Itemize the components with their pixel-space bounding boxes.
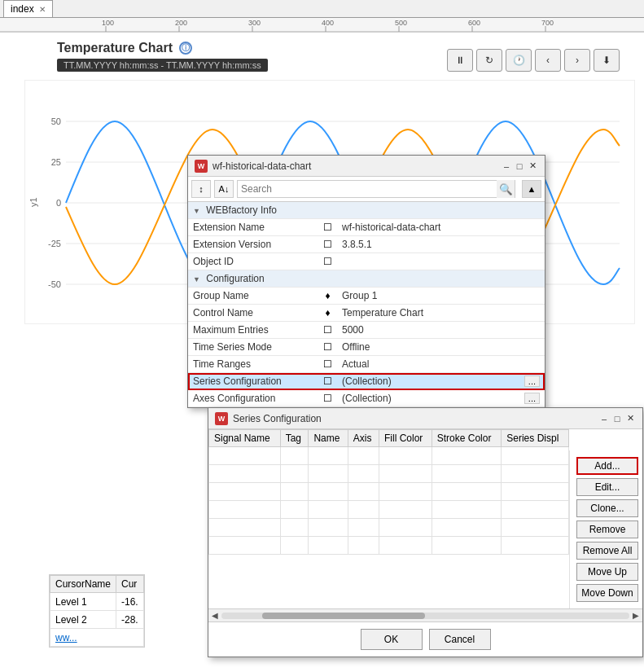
download-button[interactable]: ⬇	[594, 49, 620, 72]
prop-label-control-name: Control Name	[188, 305, 318, 322]
series-dialog-controls: – □ ✕	[598, 413, 636, 424]
info-icon[interactable]: ⓘ	[179, 42, 192, 55]
svg-text:-50: -50	[48, 279, 61, 289]
prop-row-extension-version: Extension Version ☐ 3.8.5.1	[188, 236, 545, 253]
cursor-name-1: Level 1	[50, 593, 116, 611]
refresh-button[interactable]: ↻	[476, 49, 502, 72]
remove-all-button[interactable]: Remove All	[576, 542, 638, 560]
prop-label-series-config: Series Configuration	[188, 373, 318, 390]
series-content: Signal Name Tag Name Axis Fill Color Str…	[208, 429, 642, 608]
series-table-body	[209, 447, 569, 555]
section-label-webfactory: WEBfactory Info	[206, 204, 277, 216]
properties-scroll-up-button[interactable]: ▲	[522, 180, 541, 198]
properties-dialog-icon: W	[195, 160, 208, 173]
series-col-series-display: Series Displ	[502, 430, 569, 447]
move-down-button[interactable]: Move Down	[576, 584, 638, 602]
properties-dialog-controls: – □ ✕	[501, 160, 538, 172]
index-tab[interactable]: index ✕	[3, 0, 53, 17]
properties-close-button[interactable]: ✕	[527, 160, 538, 172]
prop-label-axes-config: Axes Configuration	[188, 390, 318, 407]
prop-row-time-series-mode: Time Series Mode ☐ Offline	[188, 339, 545, 356]
cursor-link[interactable]: ww...	[55, 632, 77, 643]
properties-sort-cat-button[interactable]: A↓	[214, 180, 234, 198]
ok-button[interactable]: OK	[361, 629, 423, 650]
svg-text:y1: y1	[28, 197, 38, 207]
clone-button[interactable]: Clone...	[576, 499, 638, 517]
properties-sort-alpha-button[interactable]: ↕	[191, 180, 211, 198]
series-empty-row-6	[209, 537, 569, 555]
prop-row-object-id: Object ID ☐	[188, 253, 545, 270]
series-empty-row-1	[209, 447, 569, 465]
ruler-svg: 100 200 300 400 500 600 700	[0, 18, 644, 33]
tab-close-icon[interactable]: ✕	[39, 5, 46, 14]
properties-scroll-area[interactable]: ▼ WEBfactory Info Extension Name ☐ wf-hi…	[188, 202, 545, 407]
cursor-name-header: CursorName	[50, 576, 116, 593]
prev-button[interactable]: ‹	[535, 49, 561, 72]
series-close-button[interactable]: ✕	[624, 413, 636, 424]
series-col-name: Name	[309, 430, 348, 447]
scroll-left-arrow[interactable]: ◀	[212, 611, 218, 620]
search-input[interactable]	[238, 183, 497, 195]
section-label-configuration: Configuration	[206, 273, 264, 284]
properties-minimize-button[interactable]: –	[501, 160, 512, 172]
prop-row-group-name: Group Name ♦ Group 1	[188, 288, 545, 305]
prop-check-extension-version: ☐	[318, 236, 337, 253]
prop-value-object-id	[337, 253, 545, 270]
prop-value-time-ranges: Actual	[337, 356, 545, 373]
series-dialog-title: Series Configuration	[233, 413, 322, 424]
ruler: 100 200 300 400 500 600 700	[0, 18, 644, 33]
move-up-button[interactable]: Move Up	[576, 563, 638, 581]
svg-text:700: 700	[541, 19, 554, 27]
series-maximize-button[interactable]: □	[611, 413, 623, 424]
svg-text:500: 500	[395, 19, 407, 27]
prop-check-time-ranges: ☐	[318, 356, 337, 373]
properties-maximize-button[interactable]: □	[514, 160, 525, 172]
prop-row-series-config[interactable]: Series Configuration ☐ (Collection) ...	[188, 373, 545, 390]
search-icon-button[interactable]: 🔍	[497, 180, 515, 198]
scroll-track[interactable]	[221, 613, 629, 619]
prop-value-max-entries: 5000	[337, 322, 545, 339]
prop-label-time-ranges: Time Ranges	[188, 356, 318, 373]
chart-toolbar: ⏸ ↻ 🕐 ‹ › ⬇	[447, 49, 620, 72]
add-button[interactable]: Add...	[576, 457, 638, 475]
cursor-val-2: -28.	[116, 611, 144, 629]
scroll-thumb[interactable]	[262, 613, 425, 619]
axes-config-ellipsis-button[interactable]: ...	[524, 393, 540, 404]
tab-bar: index ✕	[0, 0, 644, 18]
section-webfactory: ▼ WEBfactory Info	[188, 202, 545, 219]
series-config-ellipsis-button[interactable]: ...	[524, 376, 540, 387]
svg-text:0: 0	[56, 198, 61, 208]
series-col-fill-color: Fill Color	[379, 430, 432, 447]
series-horizontal-scrollbar[interactable]: ◀ ▶	[208, 608, 642, 621]
series-titlebar: W Series Configuration – □ ✕	[208, 408, 642, 429]
properties-table: ▼ WEBfactory Info Extension Name ☐ wf-hi…	[188, 202, 545, 407]
prop-value-extension-version: 3.8.5.1	[337, 236, 545, 253]
tab-label: index	[11, 3, 34, 15]
prop-value-axes-config: (Collection) ...	[337, 390, 545, 407]
series-minimize-button[interactable]: –	[598, 413, 610, 424]
properties-titlebar: W wf-historical-data-chart – □ ✕	[188, 156, 545, 177]
prop-row-control-name: Control Name ♦ Temperature Chart	[188, 305, 545, 322]
prop-value-series-config: (Collection) ...	[337, 373, 545, 390]
cancel-button[interactable]: Cancel	[429, 629, 491, 650]
section-configuration: ▼ Configuration	[188, 270, 545, 288]
svg-text:100: 100	[102, 19, 114, 27]
next-button[interactable]: ›	[564, 49, 590, 72]
prop-check-object-id: ☐	[318, 253, 337, 270]
time-button[interactable]: 🕐	[506, 49, 532, 72]
prop-row-axes-config: Axes Configuration ☐ (Collection) ...	[188, 390, 545, 407]
prop-value-group-name: Group 1	[337, 288, 545, 305]
remove-button[interactable]: Remove	[576, 520, 638, 538]
pause-button[interactable]: ⏸	[447, 49, 473, 72]
cursor-table: CursorName Cur Level 1 -16. Level 2 -28.…	[49, 574, 145, 648]
prop-row-max-entries: Maximum Entries ☐ 5000	[188, 322, 545, 339]
prop-label-max-entries: Maximum Entries	[188, 322, 318, 339]
scroll-right-arrow[interactable]: ▶	[633, 611, 639, 620]
cursor-name-2: Level 2	[50, 611, 116, 629]
prop-diamond-control-name: ♦	[318, 305, 337, 322]
edit-button[interactable]: Edit...	[576, 478, 638, 496]
series-col-axis: Axis	[348, 430, 379, 447]
svg-text:200: 200	[175, 19, 187, 27]
prop-label-extension-name: Extension Name	[188, 219, 318, 236]
prop-diamond-group-name: ♦	[318, 288, 337, 305]
